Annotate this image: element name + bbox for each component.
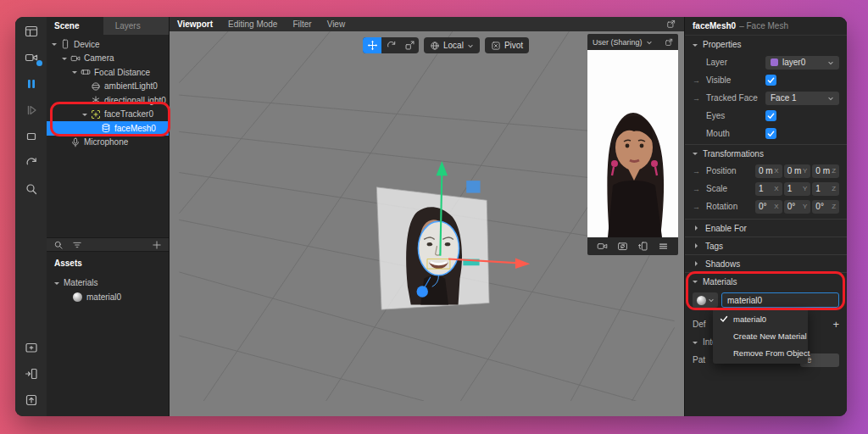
directional-light-icon: [91, 95, 101, 105]
menu-icon[interactable]: [658, 241, 669, 252]
section-tags[interactable]: Tags: [685, 236, 847, 254]
filter-icon[interactable]: [72, 240, 82, 250]
mouth-checkbox[interactable]: [765, 128, 776, 139]
disclosure-icon[interactable]: [72, 71, 77, 76]
preview-footer: [587, 237, 678, 255]
material-picker-button[interactable]: [693, 292, 718, 308]
tree-item-face-mesh[interactable]: faceMesh0: [47, 121, 169, 136]
viewport-toolbar: Local Pivot: [363, 37, 529, 53]
left-toolbar: [15, 17, 47, 416]
position-x-field[interactable]: 0 mX: [755, 164, 782, 178]
add-icon[interactable]: [152, 240, 162, 250]
camera-view-button[interactable]: [23, 50, 40, 65]
patch-arrow-icon[interactable]: →: [693, 94, 701, 103]
assets-group-materials[interactable]: Materials: [54, 275, 169, 290]
move-tool-button[interactable]: [363, 37, 381, 53]
disclosure-icon[interactable]: [52, 43, 57, 48]
tree-item-microphone[interactable]: Microphone: [47, 136, 169, 150]
eyes-checkbox[interactable]: [765, 110, 776, 121]
menu-item-material0[interactable]: material0: [713, 310, 808, 327]
patch-arrow-icon[interactable]: →: [693, 185, 701, 193]
scale-z-field[interactable]: 1Z: [812, 182, 839, 196]
rotate-tool-button[interactable]: [381, 37, 400, 53]
scene-tree: Device Camera Focal Distance ambientLigh…: [47, 35, 169, 237]
selected-object-type: – Face Mesh: [739, 21, 788, 31]
rotate-device-icon[interactable]: [637, 241, 648, 252]
section-materials[interactable]: Materials: [685, 272, 847, 290]
publish-button[interactable]: [23, 392, 40, 408]
material-name-input[interactable]: material0: [721, 292, 839, 308]
section-shadows[interactable]: Shadows: [685, 254, 847, 272]
menu-item-remove-material[interactable]: Remove From Object: [713, 344, 808, 361]
plane-handle-blue[interactable]: [466, 181, 480, 192]
active-badge: [36, 60, 42, 66]
menu-item-create-material[interactable]: Create New Material: [713, 327, 808, 344]
section-enable-for[interactable]: Enable For: [685, 219, 847, 236]
rotation-y-field[interactable]: 0°Y: [784, 200, 811, 214]
preview-portrait: [587, 50, 676, 237]
menu-viewport[interactable]: Viewport: [177, 19, 213, 29]
restart-button[interactable]: [23, 155, 40, 170]
pivot-icon: [491, 41, 501, 51]
disclosure-icon[interactable]: [54, 282, 59, 287]
scale-y-field[interactable]: 1Y: [784, 182, 811, 196]
tree-item-camera[interactable]: Camera: [47, 52, 169, 66]
tree-item-device[interactable]: Device: [47, 37, 169, 52]
menu-editing-mode[interactable]: Editing Mode: [228, 19, 277, 29]
stop-icon: [25, 130, 38, 143]
scale-x-field[interactable]: 1X: [755, 182, 782, 196]
menu-filter[interactable]: Filter: [292, 19, 311, 29]
stop-button[interactable]: [23, 129, 40, 144]
disclosure-icon: [695, 261, 700, 266]
send-to-device-icon: [25, 367, 38, 381]
menu-view[interactable]: View: [327, 19, 346, 29]
inspector-header: faceMesh0 – Face Mesh: [685, 17, 847, 36]
tree-item-directional-light[interactable]: directionalLight0: [47, 93, 169, 108]
tree-item-face-tracker[interactable]: faceTracker0: [47, 108, 169, 122]
section-transformations[interactable]: Transformations: [685, 144, 847, 162]
send-to-device-button[interactable]: [23, 366, 40, 381]
search-icon: [25, 182, 38, 196]
check-icon: [767, 76, 775, 84]
disclosure-icon[interactable]: [62, 58, 67, 63]
rotation-z-field[interactable]: 0°Z: [812, 200, 839, 214]
folder-add-icon: [25, 341, 38, 354]
position-y-field[interactable]: 0 mY: [784, 164, 811, 178]
scale-tool-button[interactable]: [400, 37, 419, 53]
rotation-x-field[interactable]: 0°X: [755, 200, 782, 214]
section-properties[interactable]: Properties: [685, 36, 847, 53]
preview-source-label[interactable]: User (Sharing): [593, 38, 643, 47]
tree-item-focal-distance[interactable]: Focal Distance: [47, 65, 169, 80]
position-z-field[interactable]: 0 mZ: [812, 164, 839, 178]
tree-item-ambient-light[interactable]: ambientLight0: [47, 80, 169, 94]
layer-dropdown[interactable]: layer0: [765, 56, 839, 70]
local-space-button[interactable]: Local: [424, 37, 480, 53]
property-layer: Layer layer0: [685, 53, 847, 71]
switch-camera-icon[interactable]: [617, 241, 628, 252]
face-tracker-icon: [91, 109, 101, 120]
scene-footer: [47, 237, 169, 252]
popout-icon[interactable]: [665, 38, 673, 47]
chevron-down-icon[interactable]: [646, 39, 653, 46]
step-forward-button[interactable]: [23, 103, 40, 118]
layout-button[interactable]: [23, 24, 40, 39]
disclosure-icon[interactable]: [82, 114, 87, 119]
assets-item-material0[interactable]: material0: [54, 290, 169, 304]
tab-scene[interactable]: Scene: [47, 17, 103, 35]
patch-arrow-icon[interactable]: →: [693, 76, 701, 85]
add-asset-button[interactable]: [23, 340, 40, 355]
popout-viewport-button[interactable]: [666, 19, 676, 29]
gizmo-center-handle[interactable]: [416, 286, 427, 297]
tracked-face-dropdown[interactable]: Face 1: [765, 92, 839, 105]
patch-arrow-icon[interactable]: →: [693, 203, 701, 211]
pivot-button[interactable]: Pivot: [485, 37, 529, 53]
material-sphere-icon: [697, 296, 706, 305]
pause-button[interactable]: [23, 76, 40, 92]
tab-layers[interactable]: Layers: [103, 17, 169, 35]
search-icon[interactable]: [53, 240, 64, 250]
patch-arrow-icon[interactable]: →: [693, 167, 701, 175]
search-tool-button[interactable]: [23, 181, 40, 197]
video-camera-icon[interactable]: [597, 241, 608, 252]
add-deformation-button[interactable]: +: [832, 318, 839, 331]
visible-checkbox[interactable]: [765, 75, 776, 86]
